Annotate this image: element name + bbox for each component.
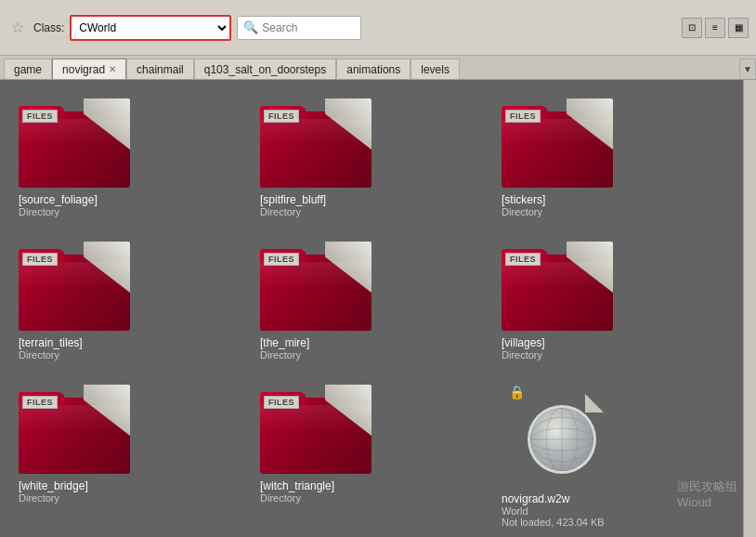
search-wrapper: 🔍 [237, 16, 361, 40]
folder-shine [260, 262, 371, 290]
class-select[interactable]: CWorld [72, 17, 229, 39]
folder-shine [502, 119, 613, 147]
folder-shine [260, 405, 371, 433]
folder-icon: FILES [260, 242, 371, 331]
folder-shine [19, 405, 130, 433]
file-item-villages[interactable]: FILES [villages] Directory [492, 232, 734, 375]
file-name: novigrad.w2w [502, 492, 569, 505]
tab-novigrad-close[interactable]: ✕ [109, 65, 116, 74]
file-size: Not loaded, 423.04 KB [502, 517, 605, 528]
file-name: [villages] [502, 336, 545, 349]
folder-icon: FILES [19, 242, 130, 331]
folder-shine [19, 119, 130, 147]
file-type: World [502, 505, 528, 517]
folder-icon: FILES [260, 385, 371, 474]
file-type: Directory [19, 492, 59, 504]
file-item-stickers[interactable]: FILES [stickers] Directory [492, 89, 734, 232]
folder-icon: FILES [260, 98, 371, 188]
globe-grid-svg [530, 408, 593, 471]
tab-chainmail[interactable]: chainmail [126, 59, 194, 79]
file-name: [terrain_tiles] [19, 336, 83, 349]
file-item-terrain_tiles[interactable]: FILES [terrain_tiles] Directory [9, 232, 251, 375]
tab-levels-label: levels [421, 63, 450, 76]
class-label: Class: [33, 21, 64, 34]
file-name: [stickers] [502, 193, 545, 206]
tab-animations-label: animations [346, 63, 400, 76]
file-type: Directory [19, 206, 59, 217]
world-globe [530, 408, 593, 471]
class-select-wrapper: CWorld [70, 15, 231, 41]
tab-novigrad-label: novigrad [62, 63, 105, 76]
content-area: FILES [source_foliage] Directory FILES [… [0, 80, 756, 537]
file-grid: FILES [source_foliage] Directory FILES [… [0, 80, 743, 537]
search-input[interactable] [262, 21, 355, 34]
tab-game-label: game [14, 63, 42, 76]
file-type: Directory [260, 492, 301, 504]
file-type: Directory [260, 206, 301, 217]
folder-icon: FILES [19, 98, 130, 188]
tab-animations[interactable]: animations [336, 59, 411, 79]
search-icon: 🔍 [243, 20, 258, 34]
folder-icon: FILES [502, 242, 613, 331]
file-item-white_bridge[interactable]: FILES [white_bridge] Directory [9, 375, 251, 537]
tab-game[interactable]: game [4, 59, 52, 79]
toolbar-icon-grid[interactable]: ⊡ [682, 18, 702, 38]
file-type: Directory [502, 206, 542, 217]
file-item-source_foliage[interactable]: FILES [source_foliage] Directory [9, 89, 251, 232]
tab-chainmail-label: chainmail [137, 63, 184, 76]
file-item-novigrad_w2w[interactable]: 🔒 [492, 375, 734, 537]
file-item-the_mire[interactable]: FILES [the_mire] Directory [251, 232, 492, 375]
toolbar-icons: ⊡ ≡ ▦ [682, 18, 749, 38]
file-name: [white_bridge] [19, 479, 88, 492]
file-type: Directory [502, 349, 542, 360]
file-item-spitfire_bluff[interactable]: FILES [spitfire_bluff] Directory [251, 89, 492, 232]
file-name: [the_mire] [260, 336, 309, 349]
toolbar-icon-list[interactable]: ≡ [705, 18, 725, 38]
tabs-scroll-arrow[interactable]: ▼ [739, 59, 756, 79]
file-name: [source_foliage] [19, 193, 98, 206]
favorite-button[interactable]: ☆ [7, 18, 28, 38]
folder-shine [260, 119, 371, 147]
toolbar-icon-details[interactable]: ▦ [728, 18, 749, 38]
file-type: Directory [260, 349, 301, 360]
tab-q103[interactable]: q103_salt_on_doorsteps [194, 59, 336, 79]
tab-q103-label: q103_salt_on_doorsteps [204, 63, 326, 76]
tabs-row: game novigrad ✕ chainmail q103_salt_on_d… [0, 56, 756, 80]
file-item-witch_triangle[interactable]: FILES [witch_triangle] Directory [251, 375, 492, 537]
folder-shine [502, 262, 613, 290]
toolbar: ☆ Class: CWorld 🔍 ⊡ ≡ ▦ [0, 0, 756, 56]
world-page [511, 394, 604, 487]
file-name: [spitfire_bluff] [260, 193, 326, 206]
folder-shine [19, 262, 130, 290]
world-icon: 🔒 [502, 385, 613, 487]
folder-icon: FILES [502, 98, 613, 188]
file-type: Directory [19, 349, 59, 360]
tab-novigrad[interactable]: novigrad ✕ [52, 59, 126, 79]
scrollbar[interactable] [743, 80, 756, 537]
folder-icon: FILES [19, 385, 130, 474]
file-name: [witch_triangle] [260, 479, 334, 492]
tab-levels[interactable]: levels [411, 59, 460, 79]
